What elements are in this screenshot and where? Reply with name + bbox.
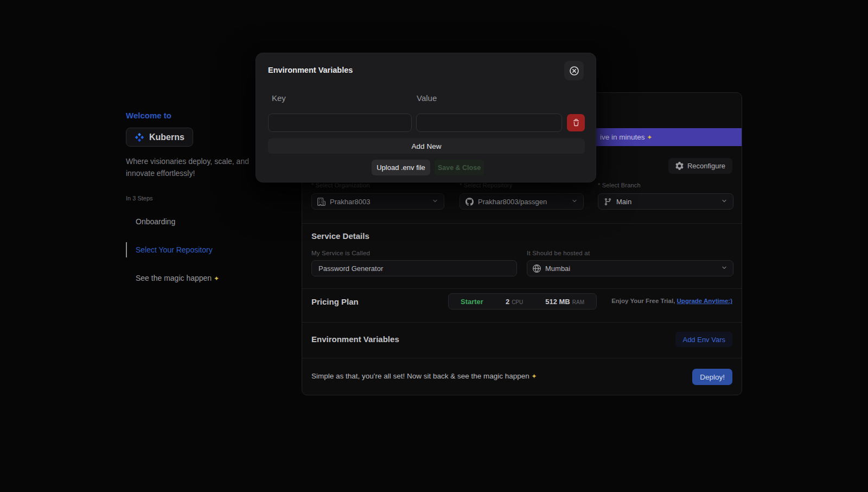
ram-unit: RAM — [572, 299, 584, 305]
trial-text: Enjoy Your Free Trial, — [611, 298, 676, 304]
plan-name: Starter — [461, 298, 483, 306]
upload-env-file-button[interactable]: Upload .env file — [372, 160, 430, 175]
add-env-vars-button[interactable]: Add Env Vars — [675, 332, 732, 347]
step-label: Select Your Repository — [136, 245, 213, 254]
select-repository-label: * Select Repository — [459, 182, 512, 188]
step-onboarding[interactable]: Onboarding — [126, 214, 267, 229]
step-select-repository[interactable]: Select Your Repository — [126, 242, 267, 257]
welcome-text: Welcome to — [126, 111, 267, 120]
chevron-down-icon — [721, 264, 727, 273]
onboarding-sidebar: Welcome to Kuberns Where visionaries dep… — [126, 111, 267, 299]
step-see-magic[interactable]: See the magic happen ✦ — [126, 270, 267, 286]
footer-text: Simple as that, you're all set! Now sit … — [311, 372, 529, 380]
banner-text: ive in minutes ✦ — [600, 128, 652, 147]
pricing-plan-heading: Pricing Plan — [311, 297, 359, 306]
select-branch-label: * Select Branch — [598, 182, 641, 188]
globe-icon — [533, 264, 541, 273]
select-organization-label: * Select Organization — [311, 182, 370, 188]
chevron-down-icon — [432, 198, 438, 206]
plan-ram: 512 MBRAM — [545, 297, 584, 306]
env-key-input[interactable] — [268, 113, 412, 132]
plan-cpu: 2CPU — [506, 297, 523, 306]
organization-select[interactable]: Prakhar8003 — [311, 193, 444, 210]
env-variables-heading: Environment Variables — [311, 335, 399, 344]
branch-select[interactable]: Main — [598, 193, 733, 210]
env-value-input[interactable] — [416, 113, 562, 132]
chevron-down-icon — [721, 198, 727, 206]
github-icon — [465, 198, 474, 206]
tagline-text: Where visionaries deploy, scale, and inn… — [126, 156, 260, 179]
region-label: It Should be hosted at — [527, 250, 590, 256]
divider — [302, 288, 742, 289]
divider — [302, 322, 742, 323]
deploy-button[interactable]: Deploy! — [692, 369, 732, 385]
divider — [302, 358, 742, 358]
organization-value: Prakhar8003 — [330, 198, 370, 206]
organization-icon — [317, 198, 326, 206]
delete-row-button[interactable] — [567, 114, 585, 131]
brand-name: Kuberns — [149, 133, 184, 142]
sparkles-icon: ✦ — [647, 134, 652, 141]
step-label: Onboarding — [136, 217, 175, 226]
cpu-unit: CPU — [512, 299, 523, 305]
steps-count-label: In 3 Steps — [126, 195, 267, 201]
ram-value: 512 MB — [545, 298, 570, 306]
branch-value: Main — [616, 198, 631, 206]
step-label: See the magic happen — [136, 274, 212, 282]
divider — [302, 223, 742, 224]
reconfigure-label: Reconfigure — [687, 162, 725, 170]
banner-text-fragment: ive in minutes — [600, 133, 645, 141]
save-and-close-button[interactable]: Save & Close — [435, 160, 484, 175]
region-value: Mumbai — [545, 264, 570, 273]
sparkles-icon: ✦ — [214, 275, 219, 282]
upgrade-anytime-link[interactable]: Upgrade Anytime:) — [677, 298, 732, 304]
repository-select[interactable]: Prakhar8003/passgen — [459, 193, 584, 210]
close-modal-button[interactable] — [564, 61, 584, 80]
app-screen: Welcome to Kuberns Where visionaries dep… — [0, 0, 868, 492]
service-name-label: My Service is Called — [311, 250, 370, 256]
gear-icon — [675, 162, 684, 170]
steps-list: Onboarding Select Your Repository See th… — [126, 214, 267, 286]
trash-icon — [572, 119, 580, 127]
service-name-input[interactable] — [311, 260, 517, 276]
close-icon — [569, 66, 579, 76]
reconfigure-button[interactable]: Reconfigure — [668, 158, 732, 174]
repository-value: Prakhar8003/passgen — [478, 198, 547, 206]
free-trial-text: Enjoy Your Free Trial, Upgrade Anytime:) — [611, 298, 732, 304]
kuberns-brand-button[interactable]: Kuberns — [126, 128, 193, 147]
footer-message: Simple as that, you're all set! Now sit … — [311, 372, 537, 380]
add-new-row-button[interactable]: Add New — [268, 138, 585, 154]
modal-title: Environment Variables — [268, 66, 353, 74]
value-column-label: Value — [417, 93, 437, 103]
chevron-down-icon — [571, 198, 578, 206]
git-branch-icon — [604, 198, 612, 206]
kuberns-logo-icon — [135, 133, 144, 142]
pricing-plan-selector[interactable]: Starter 2CPU 512 MBRAM — [448, 293, 597, 310]
service-details-heading: Service Details — [311, 231, 369, 241]
cpu-value: 2 — [506, 298, 509, 306]
key-column-label: Key — [272, 93, 286, 103]
region-select[interactable]: Mumbai — [527, 260, 733, 276]
environment-variables-modal: Environment Variables Key Value Add New … — [256, 53, 596, 182]
sparkles-icon: ✦ — [532, 373, 537, 380]
